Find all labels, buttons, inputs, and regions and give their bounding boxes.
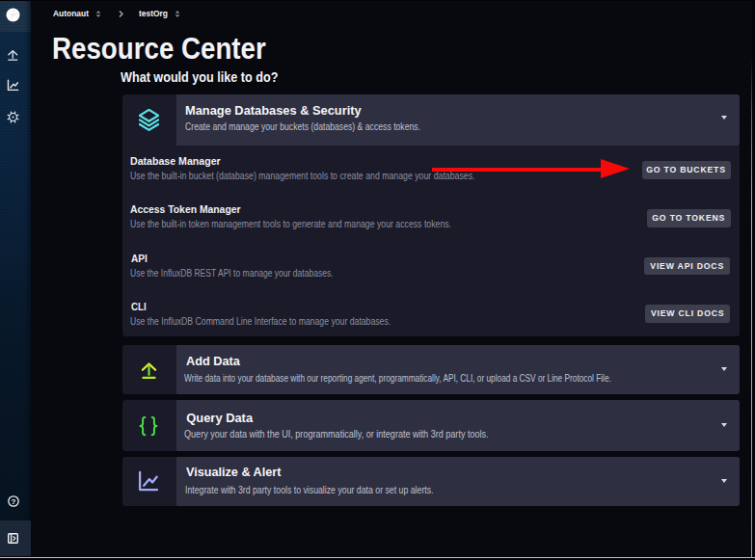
svg-text:?: ? — [11, 496, 15, 505]
